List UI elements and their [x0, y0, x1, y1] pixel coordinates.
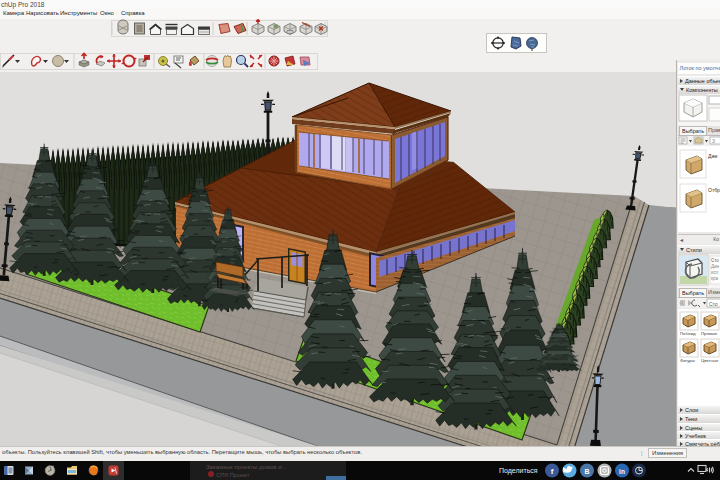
svg-text:кра: кра — [711, 276, 718, 281]
svg-text:Поделиться: Поделиться — [499, 467, 538, 475]
svg-text:Сто: Сто — [709, 301, 718, 307]
svg-text:Прямые: Прямые — [701, 331, 718, 336]
svg-text:in: in — [619, 468, 625, 475]
svg-text:З: З — [712, 138, 715, 144]
svg-text:Фигуры: Фигуры — [680, 358, 695, 363]
svg-text:исп: исп — [711, 270, 719, 275]
svg-text:Цветные: Цветные — [701, 358, 719, 363]
svg-text:f: f — [551, 467, 554, 476]
svg-text:Побежд: Побежд — [680, 331, 696, 336]
svg-text:В: В — [584, 468, 589, 475]
svg-text:СПб Проект: СПб Проект — [216, 472, 250, 478]
svg-text:Сто: Сто — [711, 258, 719, 263]
svg-text:Заказные проекты домов и...: Заказные проекты домов и... — [206, 464, 287, 470]
svg-text:Дже: Дже — [708, 153, 718, 159]
svg-text:Дан: Дан — [711, 264, 720, 269]
svg-text:Отбр: Отбр — [708, 187, 720, 193]
